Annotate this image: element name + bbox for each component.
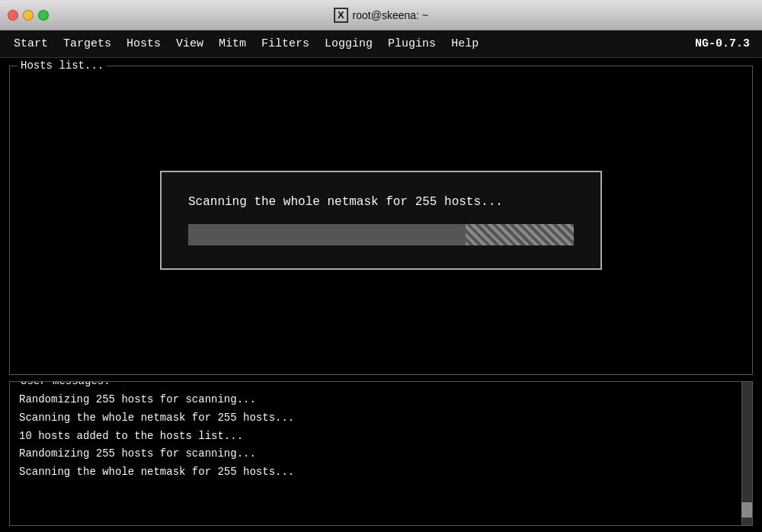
x-icon: X <box>334 8 348 23</box>
messages-content: Randomizing 255 hosts for scanning... Sc… <box>10 382 752 488</box>
message-line-1: Randomizing 255 hosts for scanning... <box>19 391 743 409</box>
message-line-4: Randomizing 255 hosts for scanning... <box>19 445 743 463</box>
menu-filters[interactable]: Filters <box>254 34 317 53</box>
progress-text: Scanning the whole netmask for 255 hosts… <box>188 195 574 209</box>
window-controls <box>8 10 49 21</box>
message-line-5: Scanning the whole netmask for 255 hosts… <box>19 463 743 482</box>
menu-mitm[interactable]: Mitm <box>211 34 254 53</box>
progress-bar-fill <box>188 224 466 245</box>
close-button[interactable] <box>8 10 18 21</box>
version-label: NG-0.7.3 <box>695 37 756 50</box>
menu-bar: Start Targets Hosts View Mitm Filters Lo… <box>0 30 762 58</box>
menu-hosts[interactable]: Hosts <box>119 34 168 53</box>
menu-plugins[interactable]: Plugins <box>380 34 443 53</box>
messages-panel-label: User messages: <box>18 381 114 387</box>
message-line-2: Scanning the whole netmask for 255 hosts… <box>19 409 743 428</box>
scrollbar[interactable] <box>741 382 752 525</box>
main-content: Hosts list... Scanning the whole netmask… <box>0 58 762 532</box>
hosts-panel: Hosts list... Scanning the whole netmask… <box>9 66 753 375</box>
window-title: root@skeena: ~ <box>353 9 428 21</box>
messages-panel: User messages: Randomizing 255 hosts for… <box>9 381 753 526</box>
progress-bar-end <box>466 224 574 245</box>
maximize-button[interactable] <box>38 10 49 21</box>
menu-help[interactable]: Help <box>443 34 486 53</box>
progress-dialog: Scanning the whole netmask for 255 hosts… <box>160 171 602 270</box>
title-bar: X root@skeena: ~ <box>0 0 762 30</box>
message-line-3: 10 hosts added to the hosts list... <box>19 428 743 446</box>
scrollbar-thumb[interactable] <box>741 502 752 518</box>
menu-start[interactable]: Start <box>6 34 56 53</box>
menu-targets[interactable]: Targets <box>56 34 119 53</box>
minimize-button[interactable] <box>23 10 34 21</box>
title-bar-text: X root@skeena: ~ <box>334 8 428 23</box>
menu-view[interactable]: View <box>168 34 211 53</box>
hosts-panel-label: Hosts list... <box>18 59 107 72</box>
menu-logging[interactable]: Logging <box>317 34 380 53</box>
progress-bar-container <box>188 224 574 245</box>
